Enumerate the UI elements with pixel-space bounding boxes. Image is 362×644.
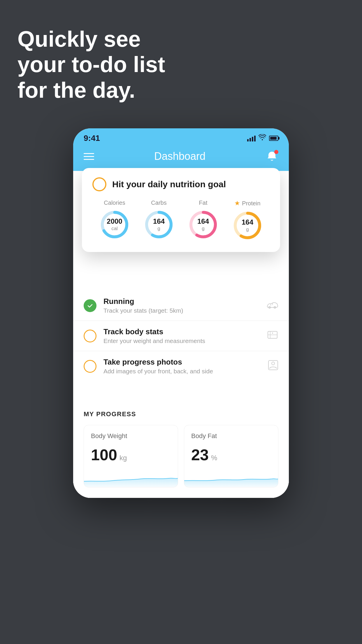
body-fat-number: 23 [191, 446, 209, 464]
body-weight-number: 100 [91, 446, 117, 464]
scale-icon [267, 330, 278, 342]
carbs-unit: g [153, 226, 165, 232]
todo-item-progress-photos[interactable]: Take progress photos Add images of your … [73, 351, 289, 381]
svg-point-13 [272, 332, 273, 334]
progress-photos-subtitle: Add images of your front, back, and side [103, 368, 261, 375]
body-weight-card-title: Body Weight [91, 432, 171, 440]
running-title: Running [103, 297, 260, 306]
running-content: Running Track your stats (target: 5km) [103, 297, 260, 314]
carbs-label: Carbs [151, 200, 166, 206]
person-icon [268, 360, 278, 373]
metric-calories: Calories 2000 cal [99, 200, 131, 241]
progress-photos-content: Take progress photos Add images of your … [103, 358, 261, 375]
body-stats-title: Track body stats [103, 327, 260, 336]
battery-icon [269, 136, 278, 141]
menu-button[interactable] [84, 153, 94, 160]
calories-unit: cal [107, 226, 122, 232]
calories-donut: 2000 cal [99, 209, 131, 241]
app-content: THINGS TO DO TODAY Hit your daily nutrit… [73, 171, 289, 498]
todo-item-body-stats[interactable]: Track body stats Enter your weight and m… [73, 321, 289, 351]
todo-item-running[interactable]: Running Track your stats (target: 5km) [73, 290, 289, 321]
body-fat-unit: % [211, 454, 217, 462]
app-header: Dashboard [73, 145, 289, 171]
protein-star-icon: ★ [234, 200, 240, 207]
progress-title: MY PROGRESS [84, 410, 278, 418]
progress-cards: Body Weight 100 kg [84, 425, 278, 487]
running-shoe-icon [267, 300, 278, 312]
status-bar: 9:41 [73, 128, 289, 145]
running-circle [84, 299, 96, 312]
metric-carbs: Carbs 164 g [143, 200, 175, 241]
calories-label: Calories [104, 200, 125, 206]
headline-line1: Quickly see [17, 26, 165, 52]
phone-mockup: 9:41 [73, 128, 289, 498]
progress-photos-title: Take progress photos [103, 358, 261, 367]
nutrition-card-header: Hit your daily nutrition goal [92, 177, 270, 191]
headline-line2: your to-do list [17, 52, 165, 77]
nutrition-title: Hit your daily nutrition goal [112, 179, 226, 189]
fat-value: 164 [197, 217, 209, 226]
fat-donut: 164 g [187, 209, 219, 241]
status-time: 9:41 [84, 134, 100, 143]
body-fat-chart [184, 470, 278, 487]
body-fat-value-row: 23 % [191, 446, 271, 464]
protein-unit: g [242, 227, 253, 232]
headline: Quickly see your to-do list for the day. [17, 26, 165, 103]
carbs-value: 164 [153, 217, 165, 226]
signal-icon [247, 135, 256, 141]
body-stats-subtitle: Enter your weight and measurements [103, 337, 260, 344]
protein-label: ★ Protein [234, 200, 260, 207]
header-title: Dashboard [154, 150, 205, 162]
wifi-icon [259, 134, 266, 142]
running-subtitle: Track your stats (target: 5km) [103, 307, 260, 314]
fat-unit: g [197, 226, 209, 232]
metric-fat: Fat 164 g [187, 200, 219, 241]
protein-donut: 164 g [231, 209, 263, 242]
background: Quickly see your to-do list for the day.… [0, 0, 362, 644]
metric-protein: ★ Protein 164 g [231, 200, 263, 242]
nutrition-metrics: Calories 2000 cal [92, 200, 270, 242]
progress-photos-circle [84, 360, 96, 373]
nutrition-circle-check[interactable] [92, 177, 106, 191]
fat-label: Fat [199, 200, 208, 206]
status-icons [247, 134, 278, 142]
body-stats-content: Track body stats Enter your weight and m… [103, 327, 260, 344]
body-fat-card: Body Fat 23 % [184, 425, 278, 487]
nutrition-card: Hit your daily nutrition goal Calories [82, 168, 280, 252]
calories-value: 2000 [107, 217, 122, 226]
body-weight-card: Body Weight 100 kg [84, 425, 178, 487]
carbs-donut: 164 g [143, 209, 175, 241]
protein-value: 164 [242, 218, 253, 227]
body-weight-chart [84, 470, 178, 487]
body-stats-circle [84, 330, 96, 342]
progress-section: MY PROGRESS Body Weight 100 kg [73, 399, 289, 498]
body-weight-value-row: 100 kg [91, 446, 171, 464]
headline-line3: for the day. [17, 77, 165, 103]
body-fat-card-title: Body Fat [191, 432, 271, 440]
svg-point-15 [272, 362, 275, 365]
notification-button[interactable] [266, 150, 278, 163]
body-weight-unit: kg [120, 454, 127, 462]
spacer [73, 381, 289, 399]
